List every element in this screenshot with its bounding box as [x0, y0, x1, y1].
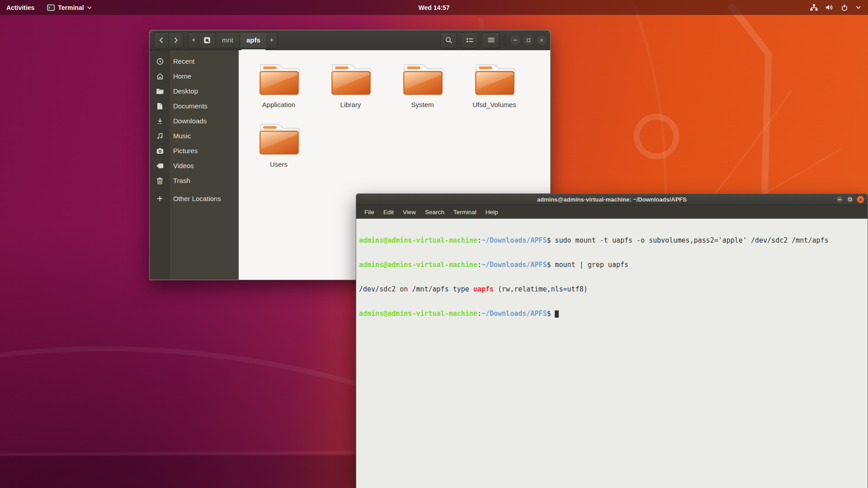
- history-nav: [154, 32, 184, 48]
- path-segment-label: apfs: [246, 36, 260, 44]
- sidebar-item-label: Recent: [170, 57, 195, 65]
- sidebar-item-label: Desktop: [170, 87, 198, 95]
- menu-edit[interactable]: Edit: [379, 205, 398, 219]
- maximize-button[interactable]: [524, 36, 533, 45]
- activities-button[interactable]: Activities: [0, 0, 41, 15]
- menu-file[interactable]: File: [360, 205, 379, 219]
- sidebar-item-recent[interactable]: Recent: [150, 54, 239, 69]
- sidebar-item-desktop[interactable]: Desktop: [150, 84, 239, 99]
- folder-item-library[interactable]: Library: [315, 62, 387, 122]
- terminal-menubar: File Edit View Search Terminal Help: [356, 205, 868, 219]
- search-button[interactable]: [440, 32, 457, 48]
- minimize-button[interactable]: [836, 196, 844, 203]
- prompt-path: ~/Downloads/APFS: [481, 236, 547, 244]
- close-button[interactable]: [857, 196, 864, 203]
- sidebar-item-label: Downloads: [170, 117, 207, 125]
- sidebar-item-other-locations[interactable]: Other Locations: [150, 191, 239, 206]
- sidebar-item-label: Trash: [170, 177, 190, 184]
- menu-help[interactable]: Help: [481, 205, 503, 219]
- path-bar: mnt apfs: [188, 32, 278, 48]
- network-wired-icon: [810, 4, 818, 11]
- menu-search[interactable]: Search: [420, 205, 449, 219]
- prompt-colon: :: [477, 261, 481, 269]
- hamburger-menu-icon: [488, 38, 495, 42]
- folder-icon: [329, 62, 373, 95]
- camera-icon: [150, 148, 170, 154]
- sidebar-item-pictures[interactable]: Pictures: [150, 143, 239, 158]
- clock-label: Wed 14:57: [419, 4, 450, 11]
- sidebar-item-trash[interactable]: Trash: [150, 173, 239, 188]
- video-camera-icon: [150, 163, 170, 169]
- sidebar-item-downloads[interactable]: Downloads: [150, 113, 239, 128]
- path-segment-mnt[interactable]: mnt: [216, 32, 240, 48]
- sidebar-item-label: Music: [170, 132, 191, 140]
- folder-icon: [401, 62, 444, 95]
- back-button[interactable]: [154, 32, 169, 48]
- clock[interactable]: Wed 14:57: [413, 0, 455, 15]
- folder-item-application[interactable]: Application: [243, 62, 315, 122]
- path-scroll-left-icon[interactable]: [188, 32, 198, 48]
- plus-icon: [150, 196, 170, 202]
- terminal-icon: [47, 5, 55, 11]
- desktop: Activities Terminal Wed 14:57: [0, 0, 868, 488]
- menu-view[interactable]: View: [398, 205, 420, 219]
- path-segment-apfs[interactable]: apfs: [240, 32, 267, 48]
- folder-item-ufsd-volumes[interactable]: Ufsd_Volumes: [458, 62, 530, 122]
- prompt-path: ~/Downloads/APFS: [481, 261, 547, 269]
- system-tray[interactable]: [803, 0, 868, 15]
- prompt-colon: :: [477, 236, 481, 244]
- folder-item-users[interactable]: Users: [243, 122, 315, 181]
- minimize-button[interactable]: [511, 36, 520, 45]
- close-button[interactable]: [537, 36, 546, 45]
- terminal-cursor: [555, 310, 559, 318]
- terminal-titlebar[interactable]: admins@admins-virtual-machine: ~/Downloa…: [356, 194, 868, 205]
- sidebar-item-label: Documents: [170, 102, 208, 110]
- sidebar-item-music[interactable]: Music: [150, 128, 239, 143]
- drive-harddisk-icon[interactable]: [198, 32, 216, 48]
- terminal-title: admins@admins-virtual-machine: ~/Downloa…: [537, 196, 687, 203]
- folder-icon: [473, 62, 516, 95]
- prompt-user: admins@admins-virtual-machine: [359, 261, 477, 269]
- terminal-output-line: /dev/sdc2 on /mnt/apfs type uapfs (rw,re…: [359, 285, 865, 293]
- prompt-colon: :: [477, 310, 481, 318]
- sidebar-item-home[interactable]: Home: [150, 69, 239, 84]
- grep-match: uapfs: [473, 285, 494, 293]
- folder-name: Users: [270, 160, 288, 168]
- terminal-screen[interactable]: admins@admins-virtual-machine:~/Download…: [356, 219, 868, 488]
- desktop-folder-icon: [150, 88, 170, 94]
- files-sidebar: Recent Home Desktop: [150, 50, 239, 280]
- prompt-path: ~/Downloads/APFS: [481, 310, 547, 318]
- folder-item-system[interactable]: System: [387, 62, 458, 122]
- files-headerbar[interactable]: mnt apfs: [150, 30, 550, 50]
- sidebar-item-videos[interactable]: Videos: [150, 158, 239, 173]
- list-view-icon: [466, 38, 473, 43]
- command-text: sudo mount -t uapfs -o subvolumes,pass2=…: [551, 236, 828, 244]
- forward-button[interactable]: [169, 32, 184, 48]
- sidebar-item-documents[interactable]: Documents: [150, 99, 239, 113]
- terminal-line: admins@admins-virtual-machine:~/Download…: [359, 261, 865, 269]
- output-text: (rw,relatime,nls=utf8): [494, 285, 588, 293]
- terminal-line: admins@admins-virtual-machine:~/Download…: [359, 236, 865, 244]
- trash-icon: [150, 177, 170, 184]
- folder-name: Ufsd_Volumes: [472, 101, 516, 108]
- window-menu-button[interactable]: [483, 32, 500, 48]
- power-icon: [841, 4, 848, 11]
- folder-icon: [257, 62, 301, 95]
- search-icon: [445, 37, 453, 44]
- chevron-down-icon: [856, 6, 861, 9]
- menu-terminal[interactable]: Terminal: [449, 205, 481, 219]
- terminal-prompt-line: admins@admins-virtual-machine:~/Download…: [359, 310, 865, 318]
- sidebar-item-label: Videos: [170, 162, 194, 169]
- view-toggle-button[interactable]: [462, 32, 478, 48]
- folder-name: Library: [340, 101, 361, 108]
- top-bar: Activities Terminal Wed 14:57: [0, 0, 868, 15]
- output-text: /dev/sdc2 on /mnt/apfs type: [359, 285, 473, 293]
- path-scroll-right-icon[interactable]: [267, 32, 278, 48]
- path-segment-label: mnt: [222, 36, 233, 44]
- app-menu-terminal[interactable]: Terminal: [41, 0, 98, 15]
- prompt-symbol: $: [547, 310, 551, 318]
- prompt-user: admins@admins-virtual-machine: [359, 310, 477, 318]
- maximize-button[interactable]: [846, 196, 854, 203]
- download-arrow-icon: [150, 117, 170, 125]
- activities-label: Activities: [6, 4, 34, 11]
